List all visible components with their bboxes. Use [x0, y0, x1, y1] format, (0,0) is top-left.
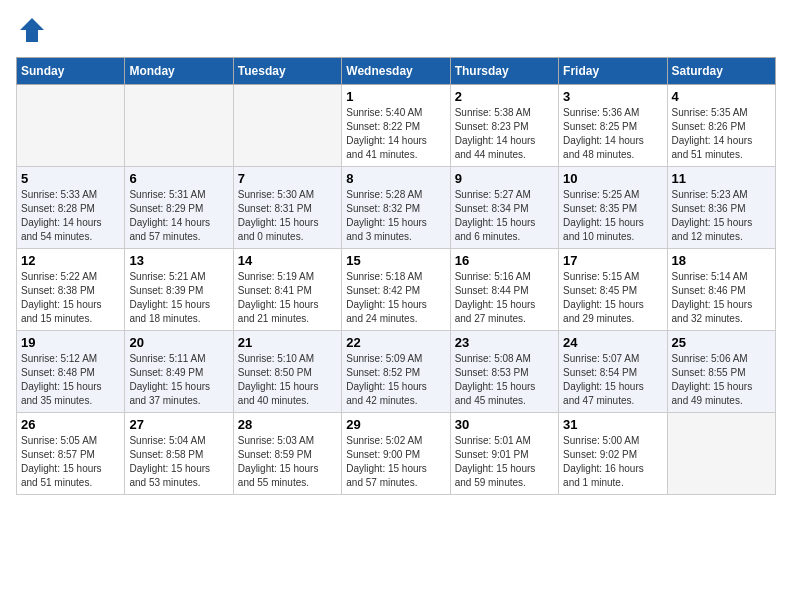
- weekday-header-row: SundayMondayTuesdayWednesdayThursdayFrid…: [17, 58, 776, 85]
- day-info: Sunrise: 5:30 AMSunset: 8:31 PMDaylight:…: [238, 188, 337, 244]
- day-number: 1: [346, 89, 445, 104]
- page-header: [16, 16, 776, 49]
- day-info: Sunrise: 5:40 AMSunset: 8:22 PMDaylight:…: [346, 106, 445, 162]
- calendar-cell: 5Sunrise: 5:33 AMSunset: 8:28 PMDaylight…: [17, 167, 125, 249]
- day-info: Sunrise: 5:03 AMSunset: 8:59 PMDaylight:…: [238, 434, 337, 490]
- weekday-header-wednesday: Wednesday: [342, 58, 450, 85]
- calendar-cell: 27Sunrise: 5:04 AMSunset: 8:58 PMDayligh…: [125, 413, 233, 495]
- calendar-cell: [233, 85, 341, 167]
- weekday-header-monday: Monday: [125, 58, 233, 85]
- day-number: 25: [672, 335, 771, 350]
- calendar-cell: [667, 413, 775, 495]
- weekday-header-tuesday: Tuesday: [233, 58, 341, 85]
- weekday-header-sunday: Sunday: [17, 58, 125, 85]
- day-info: Sunrise: 5:06 AMSunset: 8:55 PMDaylight:…: [672, 352, 771, 408]
- day-number: 13: [129, 253, 228, 268]
- day-number: 21: [238, 335, 337, 350]
- calendar-cell: [125, 85, 233, 167]
- day-number: 2: [455, 89, 554, 104]
- day-info: Sunrise: 5:00 AMSunset: 9:02 PMDaylight:…: [563, 434, 662, 490]
- day-number: 9: [455, 171, 554, 186]
- day-number: 5: [21, 171, 120, 186]
- day-info: Sunrise: 5:08 AMSunset: 8:53 PMDaylight:…: [455, 352, 554, 408]
- day-info: Sunrise: 5:31 AMSunset: 8:29 PMDaylight:…: [129, 188, 228, 244]
- calendar-cell: 17Sunrise: 5:15 AMSunset: 8:45 PMDayligh…: [559, 249, 667, 331]
- day-info: Sunrise: 5:25 AMSunset: 8:35 PMDaylight:…: [563, 188, 662, 244]
- calendar-week-row: 5Sunrise: 5:33 AMSunset: 8:28 PMDaylight…: [17, 167, 776, 249]
- day-number: 29: [346, 417, 445, 432]
- day-info: Sunrise: 5:36 AMSunset: 8:25 PMDaylight:…: [563, 106, 662, 162]
- calendar-cell: 3Sunrise: 5:36 AMSunset: 8:25 PMDaylight…: [559, 85, 667, 167]
- day-number: 23: [455, 335, 554, 350]
- calendar-cell: 31Sunrise: 5:00 AMSunset: 9:02 PMDayligh…: [559, 413, 667, 495]
- calendar-cell: 6Sunrise: 5:31 AMSunset: 8:29 PMDaylight…: [125, 167, 233, 249]
- calendar-cell: 9Sunrise: 5:27 AMSunset: 8:34 PMDaylight…: [450, 167, 558, 249]
- day-number: 22: [346, 335, 445, 350]
- weekday-header-saturday: Saturday: [667, 58, 775, 85]
- day-number: 4: [672, 89, 771, 104]
- day-number: 8: [346, 171, 445, 186]
- day-number: 10: [563, 171, 662, 186]
- day-info: Sunrise: 5:19 AMSunset: 8:41 PMDaylight:…: [238, 270, 337, 326]
- svg-marker-0: [20, 18, 44, 42]
- calendar-table: SundayMondayTuesdayWednesdayThursdayFrid…: [16, 57, 776, 495]
- day-number: 27: [129, 417, 228, 432]
- day-info: Sunrise: 5:18 AMSunset: 8:42 PMDaylight:…: [346, 270, 445, 326]
- day-info: Sunrise: 5:05 AMSunset: 8:57 PMDaylight:…: [21, 434, 120, 490]
- day-info: Sunrise: 5:07 AMSunset: 8:54 PMDaylight:…: [563, 352, 662, 408]
- calendar-week-row: 26Sunrise: 5:05 AMSunset: 8:57 PMDayligh…: [17, 413, 776, 495]
- calendar-week-row: 1Sunrise: 5:40 AMSunset: 8:22 PMDaylight…: [17, 85, 776, 167]
- day-info: Sunrise: 5:02 AMSunset: 9:00 PMDaylight:…: [346, 434, 445, 490]
- day-number: 12: [21, 253, 120, 268]
- calendar-cell: 2Sunrise: 5:38 AMSunset: 8:23 PMDaylight…: [450, 85, 558, 167]
- day-info: Sunrise: 5:14 AMSunset: 8:46 PMDaylight:…: [672, 270, 771, 326]
- calendar-week-row: 12Sunrise: 5:22 AMSunset: 8:38 PMDayligh…: [17, 249, 776, 331]
- day-info: Sunrise: 5:35 AMSunset: 8:26 PMDaylight:…: [672, 106, 771, 162]
- day-number: 17: [563, 253, 662, 268]
- day-number: 30: [455, 417, 554, 432]
- day-info: Sunrise: 5:12 AMSunset: 8:48 PMDaylight:…: [21, 352, 120, 408]
- calendar-cell: 20Sunrise: 5:11 AMSunset: 8:49 PMDayligh…: [125, 331, 233, 413]
- day-number: 15: [346, 253, 445, 268]
- weekday-header-friday: Friday: [559, 58, 667, 85]
- calendar-week-row: 19Sunrise: 5:12 AMSunset: 8:48 PMDayligh…: [17, 331, 776, 413]
- calendar-cell: 16Sunrise: 5:16 AMSunset: 8:44 PMDayligh…: [450, 249, 558, 331]
- day-number: 19: [21, 335, 120, 350]
- calendar-cell: 8Sunrise: 5:28 AMSunset: 8:32 PMDaylight…: [342, 167, 450, 249]
- day-info: Sunrise: 5:09 AMSunset: 8:52 PMDaylight:…: [346, 352, 445, 408]
- day-info: Sunrise: 5:27 AMSunset: 8:34 PMDaylight:…: [455, 188, 554, 244]
- day-number: 7: [238, 171, 337, 186]
- calendar-cell: 24Sunrise: 5:07 AMSunset: 8:54 PMDayligh…: [559, 331, 667, 413]
- day-number: 16: [455, 253, 554, 268]
- day-info: Sunrise: 5:33 AMSunset: 8:28 PMDaylight:…: [21, 188, 120, 244]
- calendar-cell: 11Sunrise: 5:23 AMSunset: 8:36 PMDayligh…: [667, 167, 775, 249]
- calendar-cell: 25Sunrise: 5:06 AMSunset: 8:55 PMDayligh…: [667, 331, 775, 413]
- day-number: 20: [129, 335, 228, 350]
- day-info: Sunrise: 5:04 AMSunset: 8:58 PMDaylight:…: [129, 434, 228, 490]
- calendar-cell: 22Sunrise: 5:09 AMSunset: 8:52 PMDayligh…: [342, 331, 450, 413]
- calendar-cell: 19Sunrise: 5:12 AMSunset: 8:48 PMDayligh…: [17, 331, 125, 413]
- calendar-cell: 4Sunrise: 5:35 AMSunset: 8:26 PMDaylight…: [667, 85, 775, 167]
- calendar-cell: 26Sunrise: 5:05 AMSunset: 8:57 PMDayligh…: [17, 413, 125, 495]
- calendar-cell: 28Sunrise: 5:03 AMSunset: 8:59 PMDayligh…: [233, 413, 341, 495]
- day-info: Sunrise: 5:16 AMSunset: 8:44 PMDaylight:…: [455, 270, 554, 326]
- calendar-cell: 1Sunrise: 5:40 AMSunset: 8:22 PMDaylight…: [342, 85, 450, 167]
- calendar-cell: 12Sunrise: 5:22 AMSunset: 8:38 PMDayligh…: [17, 249, 125, 331]
- calendar-cell: 13Sunrise: 5:21 AMSunset: 8:39 PMDayligh…: [125, 249, 233, 331]
- calendar-cell: [17, 85, 125, 167]
- calendar-cell: 21Sunrise: 5:10 AMSunset: 8:50 PMDayligh…: [233, 331, 341, 413]
- day-number: 28: [238, 417, 337, 432]
- day-info: Sunrise: 5:01 AMSunset: 9:01 PMDaylight:…: [455, 434, 554, 490]
- day-number: 14: [238, 253, 337, 268]
- logo-icon: [18, 16, 46, 44]
- logo: [16, 16, 46, 49]
- calendar-cell: 7Sunrise: 5:30 AMSunset: 8:31 PMDaylight…: [233, 167, 341, 249]
- weekday-header-thursday: Thursday: [450, 58, 558, 85]
- calendar-cell: 10Sunrise: 5:25 AMSunset: 8:35 PMDayligh…: [559, 167, 667, 249]
- calendar-cell: 23Sunrise: 5:08 AMSunset: 8:53 PMDayligh…: [450, 331, 558, 413]
- day-number: 31: [563, 417, 662, 432]
- day-info: Sunrise: 5:15 AMSunset: 8:45 PMDaylight:…: [563, 270, 662, 326]
- calendar-cell: 18Sunrise: 5:14 AMSunset: 8:46 PMDayligh…: [667, 249, 775, 331]
- day-number: 24: [563, 335, 662, 350]
- day-number: 18: [672, 253, 771, 268]
